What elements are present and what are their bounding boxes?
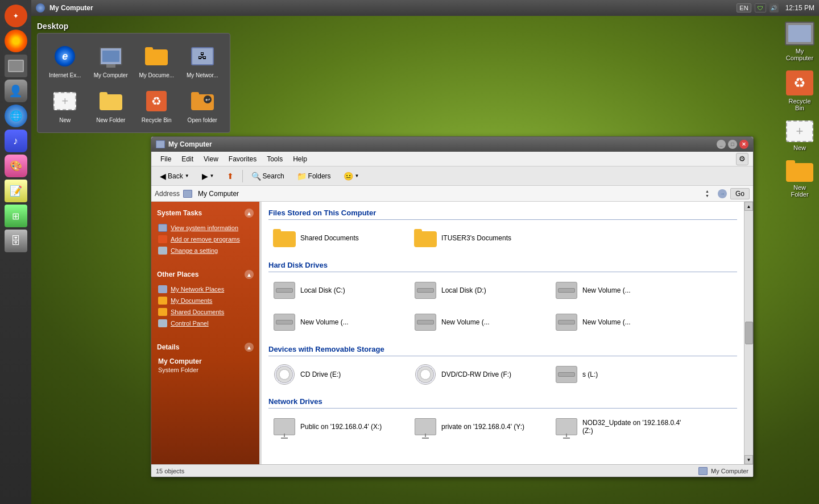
nod32-z-item[interactable]: NOD32_Update on '192.168.0.4' (Z:)	[551, 413, 687, 440]
up-arrow-icon: ⬆	[227, 172, 234, 181]
context-item-open-folder[interactable]: ↩ Open folder	[182, 85, 224, 126]
statusbar-icon	[698, 467, 708, 475]
sidebar-details-content: My Computer System Folder	[155, 354, 256, 377]
taskbar-icon-img1[interactable]	[5, 55, 27, 77]
c-drive-item[interactable]: Local Disk (C:)	[268, 277, 405, 304]
search-button[interactable]: 🔍 Search	[246, 169, 289, 183]
new-vol-2-item[interactable]: New Volume (...	[268, 309, 405, 336]
context-item-new-folder[interactable]: New Folder	[90, 85, 132, 126]
menu-file[interactable]: File	[156, 154, 176, 164]
right-icon-newfolder-label: NewFolder	[791, 184, 808, 198]
back-arrow-icon: ◀	[160, 172, 166, 181]
private-y-item[interactable]: private on '192.168.0.4' (Y:)	[410, 413, 546, 440]
shared-documents-item[interactable]: Shared Documents	[268, 224, 405, 252]
gear-button[interactable]: ⚙	[736, 153, 748, 165]
up-button[interactable]: ⬆	[222, 169, 239, 183]
taskbar-icon-paint[interactable]: 🎨	[5, 155, 27, 177]
dvd-f-item[interactable]: DVD/CD-RW Drive (F:)	[410, 361, 546, 388]
window-close-button[interactable]: ✕	[739, 140, 748, 149]
context-item-internet-explorer[interactable]: e Internet Ex...	[44, 40, 86, 81]
forward-button[interactable]: ▶ ▼	[197, 169, 220, 183]
taskbar-icon-calc[interactable]: ⊞	[5, 205, 27, 227]
sidebar-other-places-header[interactable]: Other Places ▲	[155, 268, 256, 281]
sidebar-link-add-remove[interactable]: Add or remove programs	[155, 234, 256, 245]
files-grid: Shared Documents ITUSER3's Documents	[268, 224, 737, 252]
topbar: My Computer EN 🛡 🔊 12:15 PM	[31, 0, 819, 16]
s-l-label: s (L:)	[582, 370, 598, 378]
sidebar-details-header[interactable]: Details ▲	[155, 340, 256, 354]
taskbar-icon-globe[interactable]: 🌐	[5, 105, 27, 127]
ituser3-docs-label: ITUSER3's Documents	[441, 234, 511, 242]
sidebar-other-places-collapse[interactable]: ▲	[245, 270, 254, 279]
window-titlebar: My Computer _ □ ✕	[151, 137, 753, 152]
sidebar-link-shared-docs[interactable]: Shared Documents	[155, 306, 256, 318]
main-content: Files Stored on This Computer Shared Doc…	[262, 202, 744, 464]
taskbar-icon-db[interactable]: 🗄	[5, 230, 27, 252]
menu-tools[interactable]: Tools	[262, 154, 287, 164]
scroll-up-button[interactable]: ▲	[744, 202, 753, 211]
new-vol-4-item[interactable]: New Volume (...	[551, 309, 687, 336]
ituser3-documents-item[interactable]: ITUSER3's Documents	[410, 224, 546, 252]
sidebar-link-my-documents[interactable]: My Documents	[155, 295, 256, 306]
topbar-os-icon	[36, 3, 45, 13]
address-go-button[interactable]: Go	[730, 188, 750, 199]
new-vol-4-icon	[555, 311, 578, 334]
taskbar-icon-people[interactable]: 👤	[5, 80, 27, 102]
public-x-item[interactable]: Public on '192.168.0.4' (X:)	[268, 413, 405, 440]
scroll-thumb[interactable]	[745, 322, 753, 344]
taskbar-icon-firefox[interactable]	[5, 30, 27, 52]
back-button[interactable]: ◀ Back ▼	[155, 169, 195, 183]
right-icon-new[interactable]: + New	[786, 120, 813, 151]
main-scrollbar[interactable]: ▲ ▼	[744, 202, 753, 464]
menu-edit[interactable]: Edit	[177, 154, 198, 164]
cd-e-item[interactable]: CD Drive (E:)	[268, 361, 405, 388]
menu-view[interactable]: View	[199, 154, 223, 164]
d-drive-icon	[414, 279, 437, 302]
right-icon-new-folder[interactable]: NewFolder	[786, 160, 813, 198]
view-info-icon	[158, 224, 167, 232]
shared-docs-label: Shared Documents	[300, 234, 359, 242]
public-x-label: Public on '192.168.0.4' (X:)	[300, 423, 382, 431]
sidebar-system-tasks-collapse[interactable]: ▲	[245, 209, 254, 218]
taskbar-icon-music[interactable]: ♪	[5, 130, 27, 152]
removable-section-header: Devices with Removable Storage	[268, 345, 737, 356]
right-icon-my-computer[interactable]: MyComputer	[785, 22, 814, 61]
public-x-icon	[273, 415, 296, 438]
taskbar-icon-edit[interactable]: 📝	[5, 180, 27, 202]
context-item-new[interactable]: + New	[44, 85, 86, 126]
sidebar-system-tasks-header[interactable]: System Tasks ▲	[155, 206, 256, 220]
scroll-down-button[interactable]: ▼	[744, 455, 753, 464]
add-remove-icon	[158, 235, 167, 243]
menu-help[interactable]: Help	[288, 154, 312, 164]
sidebar-link-view-info[interactable]: View system information	[155, 222, 256, 234]
context-item-my-computer[interactable]: My Computer	[90, 40, 132, 81]
address-arrows[interactable]: ▲ ▼	[705, 189, 714, 198]
address-icon	[183, 190, 192, 198]
my-computer-window: My Computer _ □ ✕ File Edit View Favorit…	[151, 136, 754, 477]
statusbar-objects: 15 objects	[156, 468, 184, 474]
views-button[interactable]: 😐 ▼	[338, 169, 365, 183]
right-icon-recycle-bin[interactable]: ♻ RecycleBin	[786, 70, 813, 111]
d-drive-item[interactable]: Local Disk (D:)	[410, 277, 546, 304]
new-vol-3-item[interactable]: New Volume (...	[410, 309, 546, 336]
s-l-item[interactable]: s (L:)	[551, 361, 687, 388]
sidebar-system-tasks-title: System Tasks	[157, 209, 202, 217]
sidebar-link-control-panel[interactable]: Control Panel	[155, 318, 256, 329]
window-title-text: My Computer	[168, 140, 212, 148]
taskbar-icon-ubuntu[interactable]: ✦	[5, 5, 27, 27]
folders-button[interactable]: 📁 Folders	[292, 169, 336, 183]
context-item-my-documents[interactable]: My Docume...	[136, 40, 177, 81]
sidebar-link-network-places[interactable]: My Network Places	[155, 284, 256, 295]
window-minimize-button[interactable]: _	[717, 140, 726, 149]
new-vol-1-item[interactable]: New Volume (...	[551, 277, 687, 304]
folders-label: Folders	[308, 172, 331, 180]
window-maximize-button[interactable]: □	[728, 140, 737, 149]
window-body: System Tasks ▲ View system information A…	[151, 202, 753, 464]
sidebar-details-type: System Folder	[158, 366, 253, 373]
sidebar-details-collapse[interactable]: ▲	[245, 343, 254, 352]
context-item-my-network[interactable]: 🖧 My Networ...	[182, 40, 224, 81]
context-item-recycle-bin[interactable]: ♻ Recycle Bin	[136, 85, 177, 126]
sidebar-link-my-documents-label: My Documents	[171, 297, 212, 304]
sidebar-link-change-setting[interactable]: Change a setting	[155, 245, 256, 256]
menu-favorites[interactable]: Favorites	[224, 154, 261, 164]
